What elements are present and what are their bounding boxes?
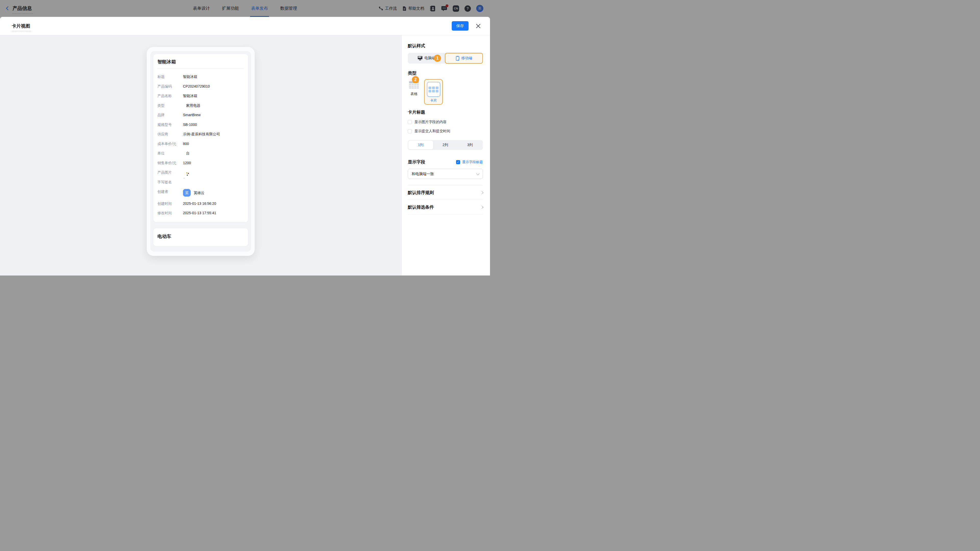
type-table-option[interactable]: 表格 2 [408, 79, 420, 96]
annotation-step-1: 1 [434, 55, 441, 62]
show-field-titles-label: 显示字段标题 [462, 160, 483, 164]
device-mobile-label: 移动端 [461, 56, 472, 61]
record-card-title: 智能冰箱 [153, 54, 248, 68]
field-row-product-code: 产品编码CP20240729010 [158, 84, 244, 89]
field-row-product-image: 产品图片 [158, 170, 244, 175]
section-type: 类型 [408, 70, 483, 76]
type-card-option[interactable]: 卡片 [424, 79, 443, 105]
default-filter-label: 默认筛选条件 [408, 204, 434, 210]
creator-name: 英雄云 [194, 190, 204, 196]
phone-icon [455, 56, 460, 61]
section-card-title: 卡片标题 [408, 109, 483, 115]
field-row-signature: 手写签名 [158, 180, 244, 185]
app-window: 产品信息 表单设计 扩展功能 表单发布 数据管理 工作流 帮助文档 [0, 0, 490, 276]
columns-3-option[interactable]: 3列 [458, 141, 482, 150]
field-row-spec-model: 规格型号SB-1000 [158, 122, 244, 127]
field-row-category: 类型家用电器 [158, 103, 244, 108]
checkbox-label: 显示提交人和提交时间 [414, 129, 450, 134]
columns-1-option[interactable]: 1列 [408, 141, 433, 150]
checkbox-show-image-content[interactable]: 显示图片字段的内容 [408, 120, 483, 124]
field-row-cost-price: 成本单价/元800 [158, 141, 244, 147]
checkbox-label: 显示图片字段的内容 [414, 120, 447, 124]
show-field-titles-toggle[interactable]: ✓ 显示字段标题 [456, 160, 483, 164]
top-nav: 产品信息 表单设计 扩展功能 表单发布 数据管理 工作流 帮助文档 [0, 0, 490, 17]
checkbox-unchecked-icon [408, 120, 412, 124]
modal-dim-overlay [0, 0, 490, 17]
field-row-supplier: 供应商示例-星辰科技有限公司 [158, 132, 244, 137]
modal-header: 卡片视图 保存 [0, 17, 490, 35]
annotation-step-2: 2 [412, 76, 419, 83]
field-source-value: 和电脑端一致 [412, 172, 434, 177]
default-sort-rule-label: 默认排序规则 [408, 190, 434, 196]
device-pc-label: 电脑端 [425, 56, 435, 61]
section-display-fields: 显示字段 [408, 159, 425, 165]
card-view-modal: 卡片视图 保存 智能冰箱 标题智能冰箱 产品编码CP2024072 [0, 17, 490, 276]
record-fields: 标题智能冰箱 产品编码CP20240729010 产品名称智能冰箱 类型家用电器… [153, 68, 248, 222]
record-card: 智能冰箱 标题智能冰箱 产品编码CP20240729010 产品名称智能冰箱 类… [153, 54, 248, 222]
next-record-card-title: 电动车 [158, 233, 244, 239]
column-count-toggle: 1列 2列 3列 [408, 140, 483, 150]
field-row-title: 标题智能冰箱 [158, 74, 244, 80]
preview-area: 智能冰箱 标题智能冰箱 产品编码CP20240729010 产品名称智能冰箱 类… [0, 35, 401, 276]
chevron-right-icon [480, 205, 484, 209]
section-default-style: 默认样式 [408, 43, 483, 49]
type-card-label: 卡片 [430, 98, 437, 103]
checkbox-unchecked-icon [408, 129, 412, 133]
type-options: 表格 2 卡片 [408, 79, 483, 105]
next-record-card: 电动车 [153, 228, 248, 246]
card-type-icon [427, 82, 440, 97]
phone-preview: 智能冰箱 标题智能冰箱 产品编码CP20240729010 产品名称智能冰箱 类… [147, 47, 255, 256]
field-row-modified-time: 修改时间2025-01-13 17:55:41 [158, 210, 244, 216]
display-fields-header: 显示字段 ✓ 显示字段标题 [408, 159, 483, 165]
field-row-created-time: 创建时间2025-01-13 16:56:20 [158, 201, 244, 206]
field-source-select[interactable]: 和电脑端一致 [408, 169, 483, 179]
monitor-icon [417, 56, 423, 61]
columns-2-option[interactable]: 2列 [433, 141, 458, 150]
field-row-brand: 品牌SmartBrew [158, 112, 244, 118]
save-button[interactable]: 保存 [452, 21, 469, 31]
settings-panel: 默认样式 电脑端 移动端 1 类型 表格 [401, 35, 490, 276]
device-mobile-option[interactable]: 移动端 [445, 53, 483, 64]
chevron-down-icon [476, 172, 479, 175]
default-sort-rule-row[interactable]: 默认排序规则 [408, 185, 483, 200]
field-row-product-name: 产品名称智能冰箱 [158, 93, 244, 99]
field-row-unit: 单位台 [158, 151, 244, 156]
checkbox-checked-icon: ✓ [456, 160, 460, 164]
modal-body: 智能冰箱 标题智能冰箱 产品编码CP20240729010 产品名称智能冰箱 类… [0, 35, 490, 276]
modal-title[interactable]: 卡片视图 [12, 23, 30, 29]
default-filter-row[interactable]: 默认筛选条件 [408, 200, 483, 214]
creator-avatar: 英 [183, 189, 191, 197]
checkbox-show-submitter-time[interactable]: 显示提交人和提交时间 [408, 129, 483, 134]
field-row-sale-price: 销售单价/元1200 [158, 160, 244, 166]
phone-screen: 智能冰箱 标题智能冰箱 产品编码CP20240729010 产品名称智能冰箱 类… [150, 51, 251, 252]
type-table-label: 表格 [410, 92, 417, 96]
device-toggle: 电脑端 移动端 1 [408, 53, 483, 64]
divider [408, 214, 483, 215]
close-icon[interactable] [476, 24, 481, 29]
field-row-creator: 创建者英英雄云 [158, 189, 244, 197]
chevron-right-icon [480, 191, 484, 194]
